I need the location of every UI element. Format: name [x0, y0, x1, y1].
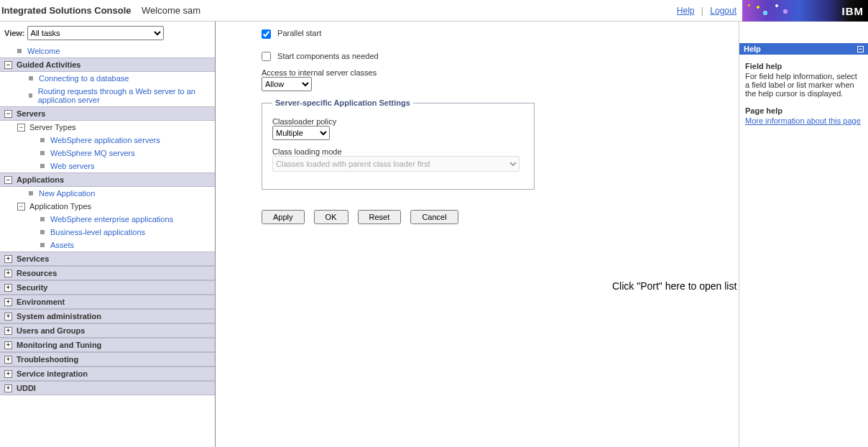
- header-right: Help | Logout IBM: [677, 0, 868, 22]
- expand-icon[interactable]: +: [4, 327, 12, 335]
- expand-icon[interactable]: +: [4, 356, 12, 364]
- reset-button[interactable]: Reset: [358, 210, 402, 224]
- nav-server-type-item[interactable]: WebSphere application servers: [0, 134, 215, 147]
- help-body: Field help For field help information, s…: [739, 55, 868, 132]
- logout-link[interactable]: Logout: [710, 6, 737, 16]
- nav-service-integration[interactable]: +Service integration: [0, 367, 215, 381]
- console-title: Integrated Solutions Console: [1, 5, 131, 16]
- nav-application-types[interactable]: − Application Types: [0, 200, 215, 213]
- classloader-select[interactable]: Multiple: [272, 126, 330, 140]
- help-header: Help −: [739, 43, 868, 55]
- nav-new-application[interactable]: New Application: [0, 187, 215, 200]
- ok-button[interactable]: OK: [314, 210, 348, 224]
- welcome-user: Welcome sam: [142, 5, 200, 16]
- bullet-icon: [40, 138, 45, 142]
- nav-apptype-item[interactable]: Business-level applications: [0, 226, 215, 239]
- parallel-start-label: Parallel start: [277, 29, 321, 37]
- nav-servers[interactable]: − Servers: [0, 106, 215, 121]
- access-select[interactable]: Allow: [262, 77, 312, 91]
- classloading-label: Class loading mode: [272, 147, 524, 156]
- separator: |: [701, 6, 703, 16]
- ibm-logo: IBM: [842, 5, 864, 17]
- classloader-label: Classloader policy: [272, 117, 524, 126]
- nav-resources[interactable]: +Resources: [0, 266, 215, 280]
- nav-guided-item[interactable]: Connecting to a database: [0, 72, 215, 85]
- classloader-row: Classloader policy Multiple: [272, 117, 524, 140]
- main-content: Parallel start Start components as neede…: [216, 22, 739, 447]
- parallel-start-checkbox[interactable]: [262, 29, 271, 39]
- bullet-icon: [40, 217, 45, 221]
- view-select[interactable]: All tasks: [27, 26, 164, 40]
- nav-monitoring-and-tuning[interactable]: +Monitoring and Tuning: [0, 338, 215, 352]
- collapse-icon[interactable]: −: [17, 203, 25, 211]
- nav-welcome-link[interactable]: Welcome: [27, 47, 60, 55]
- collapse-icon[interactable]: −: [4, 176, 12, 184]
- collapse-icon[interactable]: −: [4, 110, 12, 118]
- bullet-icon: [29, 93, 32, 98]
- apply-button[interactable]: Apply: [262, 210, 305, 224]
- page-help-heading: Page help: [745, 106, 862, 115]
- nav-users-and-groups[interactable]: +Users and Groups: [0, 323, 215, 338]
- bullet-icon: [40, 243, 45, 247]
- nav-server-type-item[interactable]: Web servers: [0, 160, 215, 172]
- view-label: View:: [4, 29, 25, 37]
- expand-icon[interactable]: +: [4, 284, 12, 292]
- parallel-start-row: Parallel start: [262, 29, 731, 39]
- help-link[interactable]: Help: [677, 6, 695, 16]
- classloading-select[interactable]: Classes loaded with parent class loader …: [272, 156, 520, 172]
- nav-welcome[interactable]: Welcome: [0, 45, 215, 57]
- nav-server-types[interactable]: − Server Types: [0, 121, 215, 134]
- header-bar: Integrated Solutions Console Welcome sam…: [0, 0, 868, 22]
- minimize-icon[interactable]: −: [857, 46, 864, 52]
- bullet-icon: [40, 151, 45, 155]
- bullet-icon: [40, 164, 45, 168]
- collapse-icon[interactable]: −: [17, 124, 25, 132]
- fieldset-legend: Server-specific Application Settings: [272, 98, 413, 107]
- bullet-icon: [40, 230, 45, 234]
- header-title: Integrated Solutions Console Welcome sam: [1, 5, 200, 16]
- nav-system-administration[interactable]: +System administration: [0, 309, 215, 323]
- expand-icon[interactable]: +: [4, 370, 12, 378]
- access-label: Access to internal server classes: [262, 68, 731, 77]
- cancel-button[interactable]: Cancel: [410, 210, 458, 224]
- nav-services[interactable]: +Services: [0, 252, 215, 266]
- view-row: View: All tasks: [0, 22, 215, 45]
- start-components-row: Start components as needed: [262, 52, 731, 62]
- nav-guided-activities[interactable]: − Guided Activities: [0, 57, 215, 72]
- button-row: Apply OK Reset Cancel: [262, 210, 731, 224]
- nav-applications[interactable]: − Applications: [0, 172, 215, 187]
- left-nav: View: All tasks Welcome − Guided Activit…: [0, 22, 216, 447]
- expand-icon[interactable]: +: [4, 341, 12, 349]
- server-specific-fieldset: Server-specific Application Settings Cla…: [262, 98, 535, 190]
- field-help-heading: Field help: [745, 62, 862, 70]
- start-components-checkbox[interactable]: [262, 52, 271, 61]
- nav-apptype-item[interactable]: WebSphere enterprise applications: [0, 213, 215, 226]
- nav-apptype-item[interactable]: Assets: [0, 239, 215, 252]
- nav-server-type-item[interactable]: WebSphere MQ servers: [0, 147, 215, 160]
- nav-uddi[interactable]: +UDDI: [0, 381, 215, 395]
- bullet-icon: [17, 49, 22, 53]
- nav-troubleshooting[interactable]: +Troubleshooting: [0, 352, 215, 367]
- expand-icon[interactable]: +: [4, 255, 12, 263]
- bullet-icon: [29, 76, 33, 80]
- access-row: Access to internal server classes Allow: [262, 68, 731, 91]
- expand-icon[interactable]: +: [4, 269, 12, 277]
- page-help-link[interactable]: More information about this page: [745, 116, 861, 125]
- start-components-label: Start components as needed: [277, 52, 379, 60]
- header-artwork: IBM: [742, 0, 868, 22]
- bullet-icon: [29, 191, 33, 195]
- help-pane: Help − Field help For field help informa…: [739, 22, 868, 447]
- annotation-note: Click "Port" here to open list: [612, 280, 737, 292]
- field-help-text: For field help information, select a fie…: [745, 72, 862, 98]
- help-title: Help: [744, 45, 761, 53]
- expand-icon[interactable]: +: [4, 313, 12, 321]
- expand-icon[interactable]: +: [4, 298, 12, 306]
- classloading-row: Class loading mode Classes loaded with p…: [272, 147, 524, 172]
- nav-guided-item[interactable]: Routing requests through a Web server to…: [0, 85, 215, 106]
- expand-icon[interactable]: +: [4, 384, 12, 392]
- collapse-icon[interactable]: −: [4, 61, 12, 69]
- nav-environment[interactable]: +Environment: [0, 295, 215, 309]
- nav-security[interactable]: +Security: [0, 280, 215, 295]
